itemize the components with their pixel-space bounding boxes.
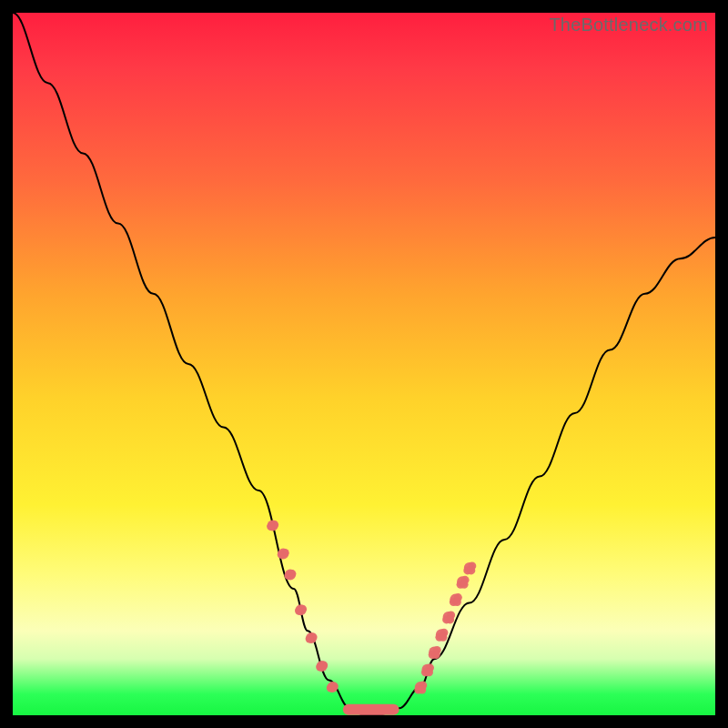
chart-frame: TheBottleneck.com <box>13 13 715 715</box>
watermark-text: TheBottleneck.com <box>549 15 708 35</box>
gradient-background <box>13 13 715 715</box>
